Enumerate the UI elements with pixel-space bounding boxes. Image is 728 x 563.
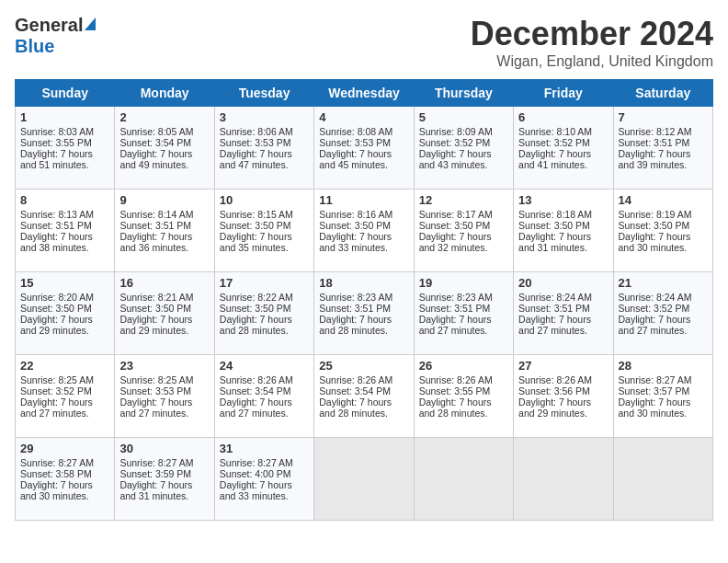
day-info-line: and 33 minutes. [220, 490, 309, 501]
day-info-line: and 47 minutes. [220, 159, 309, 170]
calendar-cell: 7Sunrise: 8:12 AMSunset: 3:51 PMDaylight… [613, 107, 712, 190]
calendar-cell: 30Sunrise: 8:27 AMSunset: 3:59 PMDayligh… [115, 438, 214, 521]
day-info-line: Daylight: 7 hours [619, 314, 708, 325]
day-number: 17 [220, 276, 309, 290]
day-number: 24 [220, 359, 309, 373]
day-info-line: Sunrise: 8:09 AM [419, 126, 508, 137]
day-info-line: and 35 minutes. [220, 242, 309, 253]
day-info-line: and 29 minutes. [518, 408, 608, 419]
calendar-cell: 2Sunrise: 8:05 AMSunset: 3:54 PMDaylight… [115, 107, 214, 190]
day-info-line: Daylight: 7 hours [619, 396, 708, 408]
weekday-header-friday: Friday [514, 80, 613, 107]
logo-general-text: General [15, 15, 83, 36]
calendar-cell: 27Sunrise: 8:26 AMSunset: 3:56 PMDayligh… [514, 355, 613, 438]
day-info-line: Sunset: 3:56 PM [518, 385, 608, 396]
logo: General Blue [15, 15, 96, 57]
day-info-line: Sunset: 3:51 PM [419, 303, 508, 314]
day-info-line: Daylight: 7 hours [220, 396, 309, 408]
day-info-line: Sunset: 4:00 PM [220, 468, 309, 479]
day-info-line: Sunset: 3:50 PM [220, 303, 309, 314]
day-info-line: and 27 minutes. [518, 325, 608, 336]
day-info-line: Sunset: 3:55 PM [20, 137, 109, 148]
day-info-line: and 33 minutes. [319, 242, 408, 253]
day-info-line: and 30 minutes. [619, 408, 708, 419]
day-info-line: Sunrise: 8:03 AM [20, 126, 109, 137]
day-info-line: Sunset: 3:50 PM [119, 303, 209, 314]
day-info-line: Daylight: 7 hours [119, 396, 209, 408]
day-info-line: Sunset: 3:58 PM [20, 468, 109, 479]
day-info-line: Sunrise: 8:27 AM [20, 457, 109, 468]
day-number: 16 [119, 276, 209, 290]
day-info-line: Sunset: 3:55 PM [419, 385, 508, 396]
calendar-cell: 6Sunrise: 8:10 AMSunset: 3:52 PMDaylight… [514, 107, 613, 190]
day-info-line: Sunset: 3:52 PM [518, 137, 608, 148]
day-info-line: Sunrise: 8:26 AM [220, 374, 309, 385]
calendar-cell: 24Sunrise: 8:26 AMSunset: 3:54 PMDayligh… [214, 355, 313, 438]
weekday-header-sunday: Sunday [16, 80, 115, 107]
day-info-line: Sunset: 3:53 PM [220, 137, 309, 148]
day-info-line: Sunrise: 8:25 AM [119, 374, 209, 385]
day-info-line: Daylight: 7 hours [119, 148, 209, 159]
day-info-line: Sunset: 3:53 PM [119, 385, 209, 396]
calendar-cell: 4Sunrise: 8:08 AMSunset: 3:53 PMDaylight… [314, 107, 414, 190]
calendar-cell: 23Sunrise: 8:25 AMSunset: 3:53 PMDayligh… [115, 355, 214, 438]
day-number: 1 [20, 110, 109, 124]
day-number: 11 [319, 193, 408, 207]
day-info-line: Daylight: 7 hours [20, 396, 109, 408]
calendar-cell: 16Sunrise: 8:21 AMSunset: 3:50 PMDayligh… [115, 272, 214, 355]
day-info-line: Daylight: 7 hours [119, 231, 209, 242]
calendar-week-row: 15Sunrise: 8:20 AMSunset: 3:50 PMDayligh… [16, 272, 713, 355]
day-info-line: Daylight: 7 hours [518, 148, 608, 159]
day-info-line: Sunrise: 8:12 AM [619, 126, 708, 137]
day-number: 30 [119, 442, 209, 455]
day-info-line: Daylight: 7 hours [419, 396, 508, 408]
day-number: 20 [518, 276, 608, 290]
day-info-line: Sunrise: 8:26 AM [419, 374, 508, 385]
day-info-line: and 36 minutes. [119, 242, 209, 253]
day-info-line: Daylight: 7 hours [319, 396, 408, 408]
day-info-line: Sunrise: 8:27 AM [119, 457, 209, 468]
weekday-header-row: SundayMondayTuesdayWednesdayThursdayFrid… [16, 80, 713, 107]
day-info-line: Sunrise: 8:14 AM [119, 209, 209, 220]
day-info-line: Daylight: 7 hours [319, 231, 408, 242]
day-info-line: Sunset: 3:52 PM [20, 385, 109, 396]
day-info-line: Daylight: 7 hours [20, 231, 109, 242]
day-number: 28 [619, 359, 708, 373]
day-info-line: Sunrise: 8:24 AM [619, 292, 708, 303]
day-info-line: Sunset: 3:50 PM [220, 220, 309, 231]
day-info-line: and 28 minutes. [319, 408, 408, 419]
weekday-header-thursday: Thursday [414, 80, 513, 107]
day-info-line: Sunset: 3:50 PM [419, 220, 508, 231]
calendar-cell: 21Sunrise: 8:24 AMSunset: 3:52 PMDayligh… [613, 272, 712, 355]
day-number: 14 [619, 193, 708, 207]
day-info-line: and 27 minutes. [619, 325, 708, 336]
day-info-line: Daylight: 7 hours [220, 231, 309, 242]
day-info-line: Sunset: 3:50 PM [518, 220, 608, 231]
day-number: 19 [419, 276, 508, 290]
calendar-cell: 13Sunrise: 8:18 AMSunset: 3:50 PMDayligh… [514, 190, 613, 272]
day-info-line: Daylight: 7 hours [518, 396, 608, 408]
day-info-line: Sunrise: 8:06 AM [220, 126, 309, 137]
title-area: December 2024 Wigan, England, United Kin… [471, 15, 713, 70]
calendar-cell: 15Sunrise: 8:20 AMSunset: 3:50 PMDayligh… [16, 272, 115, 355]
day-info-line: Daylight: 7 hours [20, 479, 109, 490]
day-info-line: Daylight: 7 hours [119, 314, 209, 325]
day-info-line: and 41 minutes. [518, 159, 608, 170]
day-info-line: Sunrise: 8:26 AM [518, 374, 608, 385]
day-info-line: and 32 minutes. [419, 242, 508, 253]
calendar-table: SundayMondayTuesdayWednesdayThursdayFrid… [15, 79, 713, 521]
day-number: 15 [20, 276, 109, 290]
day-info-line: Sunrise: 8:19 AM [619, 209, 708, 220]
day-number: 27 [518, 359, 608, 373]
weekday-header-saturday: Saturday [613, 80, 712, 107]
day-info-line: and 30 minutes. [619, 242, 708, 253]
day-info-line: Sunset: 3:51 PM [619, 137, 708, 148]
day-number: 29 [20, 442, 109, 455]
day-info-line: Sunrise: 8:21 AM [119, 292, 209, 303]
day-info-line: Sunset: 3:50 PM [20, 303, 109, 314]
day-info-line: and 43 minutes. [419, 159, 508, 170]
calendar-cell: 3Sunrise: 8:06 AMSunset: 3:53 PMDaylight… [214, 107, 313, 190]
day-info-line: and 29 minutes. [20, 325, 109, 336]
calendar-cell: 10Sunrise: 8:15 AMSunset: 3:50 PMDayligh… [214, 190, 313, 272]
day-number: 18 [319, 276, 408, 290]
